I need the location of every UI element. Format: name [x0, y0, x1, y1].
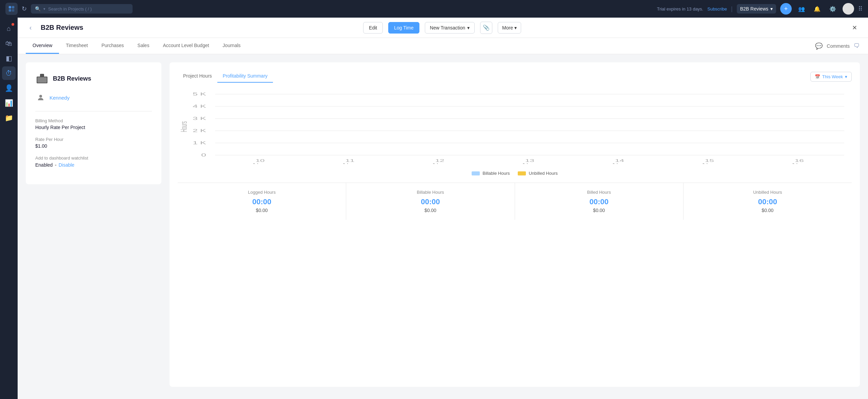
svg-text:Nov: Nov	[253, 163, 268, 164]
chart-tab-profitability-summary[interactable]: Profitability Summary	[217, 70, 273, 83]
svg-text:Nov: Nov	[342, 163, 357, 164]
tab-sales[interactable]: Sales	[131, 38, 156, 54]
comments-label: Comments	[827, 43, 850, 49]
unbilled-hours-color	[518, 171, 526, 175]
billable-hours-time: 00:00	[354, 197, 506, 206]
tabs-bar: Overview Timesheet Purchases Sales Accou…	[18, 38, 868, 54]
page-header: ‹ B2B Reviews Edit Log Time New Transact…	[18, 18, 868, 38]
user-avatar[interactable]	[843, 3, 854, 15]
home-icon: ⌂	[7, 25, 11, 33]
enabled-row: Enabled - Disable	[35, 162, 152, 168]
chart-container: 5 K 4 K 3 K 2 K 1 K 0 Hours	[178, 89, 852, 164]
tab-timesheet[interactable]: Timesheet	[59, 38, 95, 54]
assignee-row: Kennedy	[35, 92, 152, 103]
svg-rect-6	[37, 77, 47, 83]
sidebar-item-people[interactable]: 👤	[2, 81, 16, 95]
billing-method-label: Billing Method	[35, 118, 152, 123]
tab-account-level-budget[interactable]: Account Level Budget	[156, 38, 216, 54]
svg-text:16: 16	[795, 159, 804, 163]
timer-icon: ⏱	[5, 69, 12, 77]
edit-button[interactable]: Edit	[363, 22, 383, 34]
notifications-icon[interactable]: 🔔	[811, 3, 823, 15]
tab-overview[interactable]: Overview	[26, 38, 59, 54]
new-transaction-button[interactable]: New Transaction ▾	[425, 22, 475, 34]
search-chevron: ▾	[43, 7, 45, 11]
svg-text:Nov: Nov	[522, 163, 537, 164]
svg-text:13: 13	[525, 159, 534, 163]
rate-per-hour-field: Rate Per Hour $1.00	[35, 137, 152, 149]
logged-hours-amount: $0.00	[186, 208, 338, 213]
svg-rect-0	[9, 6, 11, 8]
settings-icon[interactable]: ⚙️	[827, 3, 839, 15]
dashboard-watchlist-label: Add to dashboard watchlist	[35, 155, 152, 161]
comment-icon[interactable]: 💬	[815, 42, 823, 50]
sidebar-item-shopping[interactable]: 🛍	[2, 37, 16, 50]
new-transaction-chevron-icon: ▾	[467, 25, 470, 30]
unbilled-hours-legend-label: Unbilled Hours	[529, 171, 557, 176]
card-divider	[35, 111, 152, 111]
billed-hours-stat: Billed Hours 00:00 $0.00	[515, 183, 684, 220]
billing-method-field: Billing Method Hourly Rate Per Project	[35, 118, 152, 130]
tab-actions: 💬 Comments 🗨	[815, 39, 860, 53]
log-time-button[interactable]: Log Time	[388, 22, 419, 34]
svg-rect-5	[40, 74, 44, 77]
svg-text:Nov: Nov	[433, 163, 448, 164]
attachment-button[interactable]: 📎	[480, 22, 492, 34]
svg-rect-3	[12, 9, 14, 12]
sidebar-item-accounting[interactable]: ◧	[2, 51, 16, 65]
search-icon: 🔍	[35, 6, 41, 12]
attachment-icon: 📎	[483, 24, 490, 31]
chat-icon[interactable]: 🗨	[854, 42, 860, 49]
tab-purchases[interactable]: Purchases	[95, 38, 131, 54]
dashboard-watchlist-field: Add to dashboard watchlist Enabled - Dis…	[35, 155, 152, 168]
add-button[interactable]: +	[780, 3, 792, 15]
subscribe-link[interactable]: Subscribe	[707, 6, 727, 12]
svg-rect-2	[9, 9, 11, 12]
svg-text:4 K: 4 K	[193, 104, 206, 108]
billing-method-value: Hourly Rate Per Project	[35, 125, 152, 130]
billable-hours-amount: $0.00	[354, 208, 506, 213]
apps-grid-icon[interactable]: ⠿	[858, 5, 863, 13]
sidebar-item-timer[interactable]: ⏱	[2, 66, 16, 80]
disable-link[interactable]: Disable	[59, 162, 75, 168]
page-title: B2B Reviews	[41, 24, 358, 31]
svg-text:Nov: Nov	[792, 163, 807, 164]
svg-text:12: 12	[435, 159, 445, 163]
legend-unbilled-hours: Unbilled Hours	[518, 171, 557, 176]
sidebar-item-chart[interactable]: 📊	[2, 96, 16, 110]
unbilled-hours-time: 00:00	[692, 197, 844, 206]
svg-rect-1	[12, 6, 14, 8]
svg-text:3 K: 3 K	[193, 116, 206, 121]
svg-text:14: 14	[615, 159, 624, 163]
assignee-name[interactable]: Kennedy	[50, 95, 70, 101]
refresh-icon[interactable]: ↻	[22, 5, 27, 13]
chart-tab-project-hours[interactable]: Project Hours	[178, 70, 217, 83]
global-search[interactable]: 🔍 ▾ Search in Projects ( / )	[31, 4, 133, 14]
nav-divider: |	[731, 5, 733, 13]
billed-hours-amount: $0.00	[523, 208, 675, 213]
more-button[interactable]: More ▾	[498, 22, 521, 34]
billed-hours-label: Billed Hours	[523, 190, 675, 195]
workspace-selector[interactable]: B2B Reviews ▾	[737, 4, 776, 14]
svg-text:Nov: Nov	[702, 163, 717, 164]
logged-hours-label: Logged Hours	[186, 190, 338, 195]
close-button[interactable]: ✕	[849, 22, 860, 33]
accounting-icon: ◧	[6, 54, 12, 62]
svg-text:Hours: Hours	[178, 121, 189, 132]
people-icon[interactable]: 👥	[796, 3, 807, 15]
chart-svg: 5 K 4 K 3 K 2 K 1 K 0 Hours	[178, 89, 852, 164]
svg-text:5 K: 5 K	[193, 92, 206, 96]
sidebar-item-home[interactable]: ⌂	[2, 22, 16, 35]
billable-hours-stat-label: Billable Hours	[354, 190, 506, 195]
rate-per-hour-label: Rate Per Hour	[35, 137, 152, 142]
unbilled-hours-amount: $0.00	[692, 208, 844, 213]
project-icon	[35, 72, 49, 85]
workspace-chevron-icon: ▾	[770, 6, 773, 12]
logged-hours-time: 00:00	[186, 197, 338, 206]
tab-journals[interactable]: Journals	[216, 38, 248, 54]
back-button[interactable]: ‹	[26, 23, 35, 33]
more-chevron-icon: ▾	[514, 25, 517, 30]
chart-area: Project Hours Profitability Summary 📅 Th…	[170, 62, 860, 387]
sidebar-item-folder[interactable]: 📁	[2, 111, 16, 125]
this-week-button[interactable]: 📅 This Week ▾	[810, 72, 852, 82]
